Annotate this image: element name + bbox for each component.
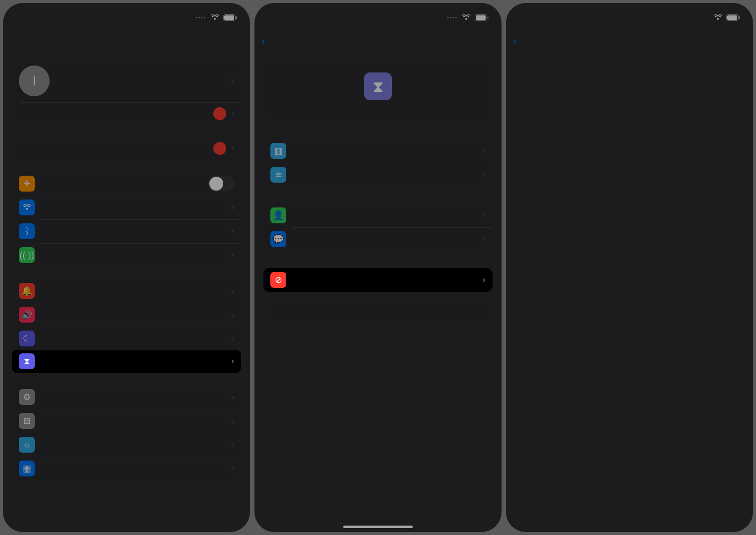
- panel-screentime: •••• ‹ ⧗ ▥ ›: [254, 3, 502, 532]
- bluetooth-row[interactable]: ᛒ ›: [12, 219, 241, 243]
- hourglass-icon: ⧗: [364, 72, 392, 100]
- sun-icon: ☼: [19, 437, 35, 453]
- chevron-right-icon: ›: [483, 210, 486, 220]
- chevron-left-icon: ‹: [513, 36, 516, 47]
- app-activity-row[interactable]: ▥ ›: [263, 139, 493, 163]
- back-button[interactable]: ‹: [261, 36, 266, 47]
- chart-icon: ▥: [270, 143, 286, 159]
- panel-settings: •••• I › ›: [3, 3, 250, 532]
- wifi-icon: [462, 14, 471, 21]
- chevron-right-icon: ›: [231, 416, 234, 426]
- svg-rect-5: [488, 16, 489, 19]
- screentime-hero: ⧗: [263, 60, 493, 122]
- gear-icon: ⚙: [19, 389, 35, 405]
- no-sign-icon: ⊘: [270, 272, 286, 288]
- chevron-right-icon: ›: [231, 109, 234, 119]
- battery-icon: [223, 14, 237, 21]
- nav-bar: ‹: [254, 31, 502, 53]
- svg-rect-1: [224, 15, 234, 20]
- nav-bar: ‹: [506, 31, 753, 53]
- status-bar: ••••: [254, 3, 502, 27]
- battery-icon: [726, 14, 740, 21]
- cellular-dots-icon: ••••: [195, 15, 206, 20]
- messages-icon: 💬: [270, 231, 286, 247]
- nav-bar: [3, 31, 250, 53]
- badge-icon: [213, 142, 226, 155]
- general-row[interactable]: ⚙ ›: [12, 385, 241, 409]
- chevron-right-icon: ›: [483, 234, 486, 244]
- distance-icon: ≋: [270, 167, 286, 183]
- speaker-icon: 🔊: [19, 307, 35, 323]
- section-communication: [263, 187, 493, 203]
- chevron-right-icon: ›: [231, 202, 234, 212]
- grid-icon: ▦: [19, 461, 35, 476]
- section-allow-changes: [506, 57, 753, 75]
- airplane-mode-row[interactable]: ✈: [12, 172, 241, 196]
- icloud-warning-row[interactable]: ›: [12, 102, 241, 125]
- control-centre-row[interactable]: ⊞ ›: [12, 409, 241, 433]
- contacts-icon: 👤: [270, 207, 286, 223]
- chevron-right-icon: ›: [231, 286, 234, 296]
- wifi-icon: [210, 14, 219, 21]
- status-bar: [506, 3, 753, 27]
- sounds-row[interactable]: 🔊 ›: [12, 303, 241, 327]
- chevron-right-icon: ›: [231, 76, 234, 86]
- notifications-row[interactable]: 🔔 ›: [12, 279, 241, 303]
- lock-footer-note: [263, 320, 493, 328]
- apple-id-row[interactable]: I ›: [12, 60, 241, 102]
- status-bar: ••••: [3, 3, 250, 27]
- svg-rect-4: [476, 15, 486, 20]
- wifi-row[interactable]: ›: [12, 196, 241, 219]
- home-indicator[interactable]: [343, 526, 413, 528]
- section-restrictions: [263, 251, 493, 268]
- svg-rect-7: [727, 15, 737, 20]
- mobile-service-row[interactable]: (( )) ›: [12, 243, 241, 267]
- screen-distance-row[interactable]: ≋ ›: [263, 163, 493, 187]
- back-button[interactable]: ‹: [513, 36, 517, 47]
- antenna-icon: (( )): [19, 247, 35, 263]
- moon-icon: ☾: [19, 331, 35, 346]
- lock-settings-link[interactable]: [263, 304, 493, 320]
- chevron-right-icon: ›: [483, 170, 486, 180]
- chevron-right-icon: ›: [483, 146, 486, 156]
- screen-time-row[interactable]: ⧗ ›: [12, 349, 241, 373]
- svg-rect-2: [236, 16, 237, 19]
- airplane-toggle[interactable]: [208, 176, 234, 192]
- sliders-icon: ⊞: [19, 413, 35, 429]
- chevron-right-icon: ›: [231, 310, 234, 320]
- chevron-right-icon: ›: [231, 226, 234, 236]
- avatar-icon: I: [19, 66, 50, 96]
- comm-safety-row[interactable]: 💬 ›: [263, 227, 493, 251]
- chevron-right-icon: ›: [231, 356, 234, 366]
- wifi-icon: [19, 200, 35, 215]
- bell-icon: 🔔: [19, 283, 35, 299]
- finish-setup-row[interactable]: ›: [12, 137, 241, 160]
- chevron-right-icon: ›: [231, 464, 234, 473]
- chevron-right-icon: ›: [231, 250, 234, 260]
- badge-icon: [213, 107, 226, 120]
- display-row[interactable]: ☼ ›: [12, 433, 241, 457]
- chevron-right-icon: ›: [483, 275, 486, 285]
- focus-row[interactable]: ☾ ›: [12, 327, 241, 350]
- wifi-icon: [713, 14, 722, 21]
- hourglass-icon: ⧗: [19, 353, 35, 369]
- cellular-dots-icon: ••••: [447, 15, 458, 20]
- battery-icon: [475, 14, 489, 21]
- airplane-icon: ✈: [19, 176, 35, 192]
- bluetooth-icon: ᛒ: [19, 223, 35, 239]
- panel-content-privacy: ‹: [506, 3, 753, 532]
- home-screen-row[interactable]: ▦ ›: [12, 457, 241, 480]
- chevron-right-icon: ›: [231, 440, 234, 450]
- chevron-right-icon: ›: [231, 143, 234, 153]
- chevron-left-icon: ‹: [261, 36, 265, 47]
- section-limit-usage: [263, 122, 493, 139]
- content-privacy-row[interactable]: ⊘ ›: [263, 268, 493, 292]
- chevron-right-icon: ›: [231, 392, 234, 402]
- chevron-right-icon: ›: [231, 334, 234, 343]
- svg-rect-8: [739, 16, 740, 19]
- comm-limits-row[interactable]: 👤 ›: [263, 203, 493, 227]
